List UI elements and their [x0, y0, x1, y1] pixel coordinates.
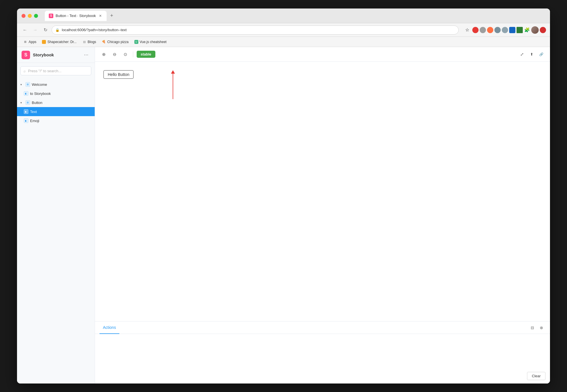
zoom-out-button[interactable]: ⊖	[110, 50, 119, 59]
panel-minimize-button[interactable]: ⊟	[528, 324, 536, 332]
sidebar-item-to-storybook[interactable]: ◧ to Storybook	[17, 89, 95, 98]
sidebar-header: S Storybook ⋯	[17, 47, 95, 63]
panel-content: Clear	[95, 334, 550, 384]
link-icon: 🔗	[539, 52, 543, 56]
sidebar-item-button-label: Button	[32, 101, 43, 105]
ext-grey2-icon[interactable]	[494, 27, 501, 33]
sidebar-menu-button[interactable]: ⋯	[82, 51, 90, 59]
ext-red-icon[interactable]	[472, 27, 479, 33]
clear-button[interactable]: Clear	[527, 372, 545, 380]
expand-icon: ⤢	[520, 52, 524, 57]
chicago-pizza-icon: 🍕	[102, 40, 106, 44]
bookmark-apps[interactable]: ⊞ Apps	[21, 39, 39, 45]
storybook-title: Storybook	[33, 52, 54, 57]
bookmark-vuejs-label: Vue.js cheatsheet	[140, 40, 167, 44]
ext-orange-icon[interactable]	[487, 27, 493, 33]
sidebar-item-text[interactable]: ◧ Text	[17, 107, 95, 116]
address-bar[interactable]: 🔒	[52, 25, 459, 35]
back-icon	[23, 27, 27, 33]
sidebar-item-to-storybook-label: to Storybook	[30, 91, 51, 96]
bookmark-chicago-pizza[interactable]: 🍕 Chicago pizza	[100, 39, 131, 45]
sidebar: S Storybook ⋯ ⌕ ▾ ⊞ Welcome ◧	[17, 47, 95, 384]
panel-tabs: Actions ⊟ ⊗	[95, 321, 550, 334]
component-icon: ⊞	[26, 82, 30, 87]
bookmark-blogs[interactable]: ▤ Blogs	[80, 39, 98, 45]
sidebar-item-welcome-label: Welcome	[32, 82, 47, 87]
zoom-reset-icon: ⊙	[124, 52, 127, 57]
minimize-button[interactable]	[28, 14, 32, 18]
arrow-line	[173, 74, 173, 99]
main-content: S Storybook ⋯ ⌕ ▾ ⊞ Welcome ◧	[17, 47, 550, 384]
refresh-icon	[44, 27, 47, 33]
bookmark-blogs-label: Blogs	[88, 40, 96, 44]
sidebar-item-welcome[interactable]: ▾ ⊞ Welcome	[17, 80, 95, 89]
ext-green-icon[interactable]	[517, 27, 523, 33]
panel-tab-right: ⊟ ⊗	[528, 324, 545, 332]
ext-blue-icon[interactable]	[509, 27, 515, 33]
tab-actions-label: Actions	[103, 325, 116, 330]
toolbar-divider	[133, 52, 133, 57]
zoom-out-icon: ⊖	[113, 52, 117, 57]
story-icon-active: ◧	[24, 109, 28, 114]
chevron-down-icon: ▾	[20, 83, 24, 86]
browser-tab[interactable]: S Button - Text · Storybook ✕	[45, 11, 107, 21]
bookmarks-bar: ⊞ Apps Shapecatcher: Dr... ▤ Blogs 🍕 Chi…	[17, 37, 550, 47]
sidebar-item-emoji-label: Emoji	[30, 119, 39, 123]
lock-icon: 🔒	[55, 28, 60, 32]
zoom-in-button[interactable]: ⊕	[100, 50, 108, 59]
sidebar-item-button[interactable]: ▾ ⊞ Button	[17, 98, 95, 107]
back-button[interactable]	[21, 26, 29, 34]
tree-nav: ▾ ⊞ Welcome ◧ to Storybook ▾ ⊞ Button ◧	[17, 79, 95, 384]
title-bar: S Button - Text · Storybook ✕ +	[17, 8, 550, 23]
close-button[interactable]	[22, 14, 26, 18]
hello-button-component[interactable]: Hello Button	[103, 70, 134, 79]
close-circle-icon: ⊗	[540, 325, 543, 330]
canvas-area: Hello Button	[95, 62, 550, 321]
bookmark-shapecatcher-label: Shapecatcher: Dr...	[47, 40, 77, 44]
mac-window: S Button - Text · Storybook ✕ + 🔒 ☆	[17, 8, 550, 384]
browser-icons: ☆ 🧩	[463, 26, 546, 34]
refresh-button[interactable]	[41, 26, 49, 34]
bookmark-star-button[interactable]: ☆	[463, 26, 471, 34]
tab-label: Button - Text · Storybook	[56, 14, 96, 18]
share-icon: ⬆	[530, 52, 533, 56]
zoom-in-icon: ⊕	[102, 52, 106, 57]
ext-grey3-icon[interactable]	[502, 27, 508, 33]
storybook-logo: S	[22, 51, 30, 59]
panel-close-button[interactable]: ⊗	[538, 324, 545, 332]
url-input[interactable]	[62, 28, 455, 32]
chevron-down-icon-2: ▾	[20, 101, 24, 104]
expand-button[interactable]: ⤢	[518, 50, 526, 59]
bottom-panel: Actions ⊟ ⊗ Clear	[95, 321, 550, 384]
bookmark-vuejs[interactable]: V Vue.js cheatsheet	[132, 39, 169, 45]
bookmark-shapecatcher[interactable]: Shapecatcher: Dr...	[40, 39, 79, 45]
ellipsis-icon: ⋯	[84, 52, 88, 57]
zoom-reset-button[interactable]: ⊙	[121, 50, 130, 59]
search-input[interactable]	[28, 69, 88, 73]
share-button[interactable]: ⬆	[527, 50, 536, 59]
user-avatar[interactable]	[531, 26, 539, 34]
ext-puzzle-icon[interactable]: 🧩	[524, 27, 530, 33]
tab-favicon: S	[49, 14, 53, 18]
forward-button[interactable]	[31, 26, 39, 34]
ext-red2-icon[interactable]	[540, 27, 546, 33]
shapecatcher-icon	[42, 40, 46, 44]
preview-toolbar: ⊕ ⊖ ⊙ stable ⤢ ⬆ �	[95, 47, 550, 62]
component-icon-2: ⊞	[26, 100, 30, 105]
story-icon-emoji: ◧	[24, 118, 28, 123]
blogs-icon: ▤	[82, 40, 86, 44]
sidebar-item-emoji[interactable]: ◧ Emoji	[17, 116, 95, 125]
fullscreen-button[interactable]	[34, 14, 38, 18]
search-icon: ⌕	[24, 69, 26, 73]
link-button[interactable]: 🔗	[537, 50, 545, 59]
tab-actions[interactable]: Actions	[100, 321, 119, 334]
apps-icon: ⊞	[23, 40, 27, 44]
annotation-arrow	[171, 70, 175, 99]
tab-close-button[interactable]: ✕	[98, 14, 103, 18]
new-tab-button[interactable]: +	[108, 12, 116, 20]
ext-grey-icon[interactable]	[480, 27, 486, 33]
traffic-lights	[22, 14, 38, 18]
tab-bar: S Button - Text · Storybook ✕ +	[45, 11, 543, 21]
preview-area: ⊕ ⊖ ⊙ stable ⤢ ⬆ �	[95, 47, 550, 384]
search-box[interactable]: ⌕	[20, 66, 91, 75]
